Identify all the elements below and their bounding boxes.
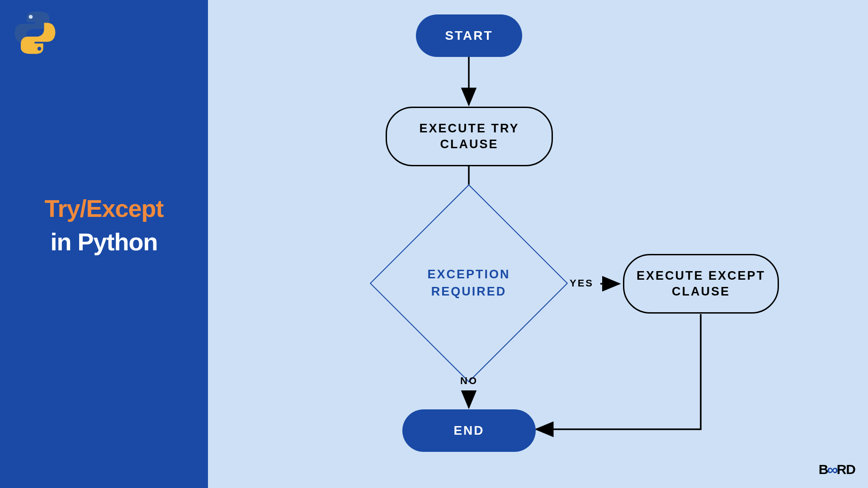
end-label: END xyxy=(453,423,484,438)
except-clause-label: EXECUTE EXCEPT CLAUSE xyxy=(636,268,767,300)
decision-node: EXCEPTION REQUIRED xyxy=(399,213,539,353)
except-clause-node: EXECUTE EXCEPT CLAUSE xyxy=(623,254,779,314)
decision-label: EXCEPTION REQUIRED xyxy=(415,266,523,300)
end-node: END xyxy=(402,409,536,452)
python-logo-icon xyxy=(11,9,59,58)
brand-part2: RD xyxy=(837,462,855,477)
flowchart-canvas: START EXECUTE TRY CLAUSE EXCEPTION REQUI… xyxy=(208,0,868,488)
try-clause-label: EXECUTE TRY CLAUSE xyxy=(406,121,533,152)
title-primary: Try/Except xyxy=(0,194,208,222)
page-title: Try/Except in Python xyxy=(0,194,208,256)
infinity-icon: ∞ xyxy=(827,461,837,479)
sidebar: Try/Except in Python xyxy=(0,0,208,488)
brand-logo: B ∞ RD xyxy=(819,460,855,478)
svg-point-0 xyxy=(29,15,33,19)
try-clause-node: EXECUTE TRY CLAUSE xyxy=(386,107,553,166)
start-label: START xyxy=(445,28,493,43)
no-label: NO xyxy=(460,375,478,387)
yes-label: YES xyxy=(570,277,594,289)
svg-point-1 xyxy=(38,47,42,51)
brand-part1: B xyxy=(819,462,828,477)
start-node: START xyxy=(416,14,522,57)
title-secondary: in Python xyxy=(0,228,208,256)
